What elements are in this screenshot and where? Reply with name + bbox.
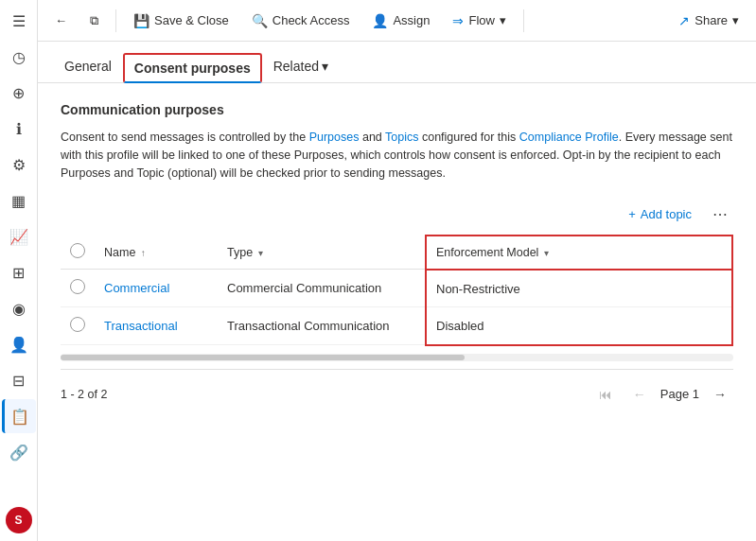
row-2-type: Transactional Communication (218, 307, 426, 345)
add-topic-button[interactable]: + Add topic (621, 203, 699, 225)
toolbar: ← ⧉ 💾 Save & Close 🔍 Check Access 👤 Assi… (38, 0, 756, 42)
add-topic-plus-icon: + (628, 207, 636, 221)
restore-icon: ⧉ (90, 13, 98, 28)
share-icon: ↗ (678, 13, 690, 28)
sidebar-item-notes[interactable]: 📋 (2, 399, 36, 433)
flow-button[interactable]: ⇒ Flow ▾ (443, 9, 515, 33)
content-area: Communication purposes Consent to send m… (38, 83, 756, 541)
data-table: Name ↑ Type ▾ Enforcement Model ▾ (61, 235, 733, 346)
description: Consent to send messages is controlled b… (61, 129, 733, 182)
toolbar-separator-1 (115, 9, 116, 32)
sidebar-item-clipboard[interactable]: ▦ (2, 183, 36, 218)
share-label: Share (694, 13, 728, 27)
row-2-enforcement: Disabled (426, 307, 732, 345)
sidebar-item-info[interactable]: ℹ (2, 112, 36, 146)
sidebar-item-link[interactable]: 🔗 (2, 435, 36, 469)
sidebar-item-record[interactable]: ◉ (2, 291, 36, 325)
tab-general[interactable]: General (53, 51, 123, 83)
avatar[interactable]: S (6, 507, 32, 533)
sidebar-item-menu[interactable]: ☰ (2, 4, 36, 38)
flow-label: Flow (468, 13, 494, 27)
row-1-checkbox[interactable] (70, 279, 85, 294)
sidebar-item-people[interactable]: 👤 (2, 327, 36, 361)
sidebar-item-chart[interactable]: 📈 (2, 219, 36, 253)
horizontal-scrollbar[interactable] (61, 354, 733, 361)
restore-button[interactable]: ⧉ (80, 9, 108, 33)
row-1-enforcement: Non-Restrictive (426, 270, 732, 307)
purposes-link[interactable]: Purposes (309, 131, 360, 144)
save-icon: 💾 (133, 13, 149, 28)
sidebar: ☰ ◷ ⊕ ℹ ⚙ ▦ 📈 ⊞ ◉ 👤 ⊟ 📋 🔗 S (0, 0, 38, 541)
sidebar-item-recent[interactable]: ◷ (2, 40, 36, 74)
tab-related[interactable]: Related ▾ (262, 51, 340, 83)
check-access-icon: 🔍 (252, 13, 268, 28)
share-dropdown-icon: ▾ (732, 13, 739, 27)
compliance-profile-link[interactable]: Compliance Profile (519, 131, 619, 144)
row-2-checkbox[interactable] (70, 317, 85, 332)
tabs: General Consent purposes Related ▾ (38, 42, 756, 83)
name-sort-icon[interactable]: ↑ (141, 248, 146, 258)
toolbar-separator-2 (523, 9, 524, 32)
table-controls: + Add topic ⋯ (61, 201, 733, 227)
assign-icon: 👤 (372, 13, 388, 28)
next-page-button[interactable]: → (707, 381, 733, 408)
next-page-icon: → (713, 387, 727, 402)
enforcement-sort-icon[interactable]: ▾ (544, 248, 549, 258)
sidebar-item-pin[interactable]: ⊕ (2, 76, 36, 110)
header-checkbox[interactable] (70, 243, 85, 258)
page-range: 1 - 2 of 2 (61, 388, 107, 401)
pagination: 1 - 2 of 2 ⏮ ← Page 1 → (61, 369, 733, 411)
back-icon: ← (55, 13, 67, 27)
table-row: Transactional Transactional Communicatio… (61, 307, 732, 345)
tab-consent-purposes[interactable]: Consent purposes (123, 53, 262, 83)
topics-link[interactable]: Topics (385, 131, 418, 144)
row-1-type: Commercial Communication (218, 270, 426, 307)
related-dropdown-icon: ▾ (322, 59, 328, 74)
sidebar-item-settings[interactable]: ⚙ (2, 148, 36, 182)
check-access-button[interactable]: 🔍 Check Access (242, 9, 360, 33)
more-options-button[interactable]: ⋯ (707, 201, 733, 227)
page-navigation: ⏮ ← Page 1 → (592, 381, 733, 408)
col-header-enforcement: Enforcement Model ▾ (426, 236, 732, 270)
col-header-name: Name ↑ (95, 236, 218, 270)
row-2-checkbox-cell (61, 307, 95, 345)
type-sort-icon[interactable]: ▾ (258, 248, 263, 258)
main-panel: ← ⧉ 💾 Save & Close 🔍 Check Access 👤 Assi… (38, 0, 756, 541)
check-access-label: Check Access (273, 13, 350, 27)
assign-button[interactable]: 👤 Assign (362, 9, 439, 33)
prev-page-button[interactable]: ← (626, 381, 653, 408)
table-row: Commercial Commercial Communication Non-… (61, 270, 732, 307)
row-1-name[interactable]: Commercial (95, 270, 218, 307)
add-topic-label: Add topic (641, 207, 692, 221)
col-header-type: Type ▾ (218, 236, 426, 270)
first-page-button[interactable]: ⏮ (592, 381, 619, 408)
sidebar-item-grid[interactable]: ⊞ (2, 255, 36, 289)
section-title: Communication purposes (61, 102, 733, 117)
more-options-icon: ⋯ (712, 205, 728, 223)
flow-icon: ⇒ (452, 13, 464, 28)
row-1-checkbox-cell (61, 270, 95, 307)
prev-page-icon: ← (633, 387, 646, 402)
save-close-label: Save & Close (154, 13, 229, 27)
flow-dropdown-icon: ▾ (500, 13, 506, 27)
save-close-button[interactable]: 💾 Save & Close (124, 9, 238, 33)
col-header-checkbox (61, 236, 95, 270)
share-button[interactable]: ↗ Share ▾ (669, 9, 748, 33)
assign-label: Assign (393, 13, 430, 27)
first-page-icon: ⏮ (599, 387, 612, 402)
scroll-thumb (61, 355, 465, 360)
page-label: Page 1 (660, 387, 699, 401)
sidebar-item-list[interactable]: ⊟ (2, 363, 36, 397)
row-2-name[interactable]: Transactional (95, 307, 218, 345)
back-button[interactable]: ← (45, 9, 77, 32)
